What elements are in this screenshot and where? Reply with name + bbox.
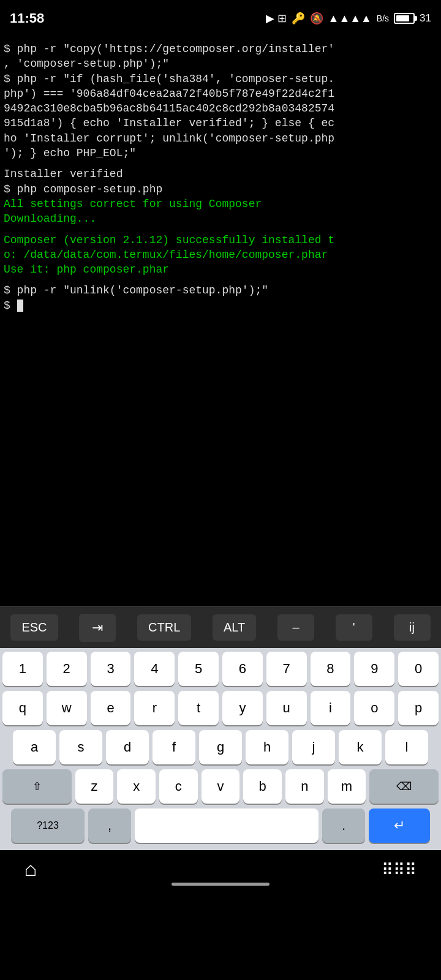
key-0[interactable]: 0: [398, 652, 439, 686]
terminal-prompt: $: [4, 298, 437, 313]
keyboard-qwerty-row: q w e r t y u i o p: [2, 691, 439, 725]
key-n[interactable]: n: [285, 769, 324, 804]
ij-key[interactable]: ij: [394, 614, 431, 641]
key-f[interactable]: f: [153, 730, 195, 764]
alt-key[interactable]: ALT: [213, 614, 256, 641]
key-j[interactable]: j: [292, 730, 335, 764]
key-5[interactable]: 5: [178, 652, 219, 686]
terminal-settings-correct: All settings correct for using Composer …: [4, 197, 437, 227]
keyboard-number-row: 1 2 3 4 5 6 7 8 9 0: [2, 652, 439, 686]
backspace-key[interactable]: ⌫: [369, 769, 439, 804]
menu-dots[interactable]: ⠿⠿⠿: [382, 861, 417, 880]
terminal-line-1: $ php -r "copy('https://getcomposer.org/…: [4, 42, 437, 72]
key-v[interactable]: v: [202, 769, 240, 804]
esc-key[interactable]: ESC: [10, 614, 58, 641]
key-9[interactable]: 9: [354, 652, 394, 686]
signal-icon: ▲▲▲▲: [328, 12, 372, 25]
key-b[interactable]: b: [243, 769, 282, 804]
key-r[interactable]: r: [134, 691, 175, 725]
terminal-installer-verified: Installer verified $ php composer-setup.…: [4, 167, 437, 197]
key-y[interactable]: y: [222, 691, 263, 725]
key-l[interactable]: l: [385, 730, 428, 764]
mute-icon: 🔕: [310, 12, 323, 25]
key-u[interactable]: u: [266, 691, 307, 725]
key-s[interactable]: s: [59, 730, 102, 764]
comma-key[interactable]: ,: [88, 809, 131, 843]
period-key[interactable]: .: [322, 809, 365, 843]
key-d[interactable]: d: [106, 730, 149, 764]
key-4[interactable]: 4: [134, 652, 175, 686]
key-8[interactable]: 8: [311, 652, 351, 686]
key-icon: 🔑: [292, 12, 305, 25]
terminal-line-2: $ php -r "if (hash_file('sha384', 'compo…: [4, 72, 437, 161]
status-icons: ▶ ⊞ 🔑 🔕 ▲▲▲▲ B/s 31: [266, 12, 431, 25]
battery-level: 31: [420, 12, 431, 24]
key-k[interactable]: k: [339, 730, 382, 764]
key-1[interactable]: 1: [2, 652, 43, 686]
terminal-composer-installed: Composer (version 2.1.12) successfully i…: [4, 233, 437, 277]
key-t[interactable]: t: [178, 691, 219, 725]
status-bar: 11:58 ▶ ⊞ 🔑 🔕 ▲▲▲▲ B/s 31: [0, 0, 441, 37]
dash-key[interactable]: –: [277, 614, 314, 641]
key-6[interactable]: 6: [222, 652, 263, 686]
keyboard-asdf-row: a s d f g h j k l: [2, 730, 439, 764]
home-button[interactable]: ⌂: [24, 859, 37, 882]
key-o[interactable]: o: [354, 691, 394, 725]
enter-key[interactable]: ↵: [369, 809, 430, 843]
key-e[interactable]: e: [91, 691, 131, 725]
key-m[interactable]: m: [328, 769, 366, 804]
ctrl-key[interactable]: CTRL: [137, 614, 191, 641]
terminal[interactable]: $ php -r "copy('https://getcomposer.org/…: [0, 37, 441, 606]
extra-keys-row: ESC ⇥ CTRL ALT – ' ij: [0, 606, 441, 648]
key-g[interactable]: g: [199, 730, 242, 764]
terminal-unlink: $ php -r "unlink('composer-setup.php');": [4, 283, 437, 298]
numbers-key[interactable]: ?123: [11, 809, 85, 843]
keyboard-bottom-row: ?123 , . ↵: [2, 809, 439, 843]
key-7[interactable]: 7: [266, 652, 307, 686]
status-time: 11:58: [10, 10, 44, 26]
quote-key[interactable]: ': [336, 614, 372, 641]
key-q[interactable]: q: [2, 691, 43, 725]
home-indicator: [172, 883, 270, 886]
key-z[interactable]: z: [75, 769, 114, 804]
key-2[interactable]: 2: [47, 652, 87, 686]
tab-key[interactable]: ⇥: [79, 614, 116, 642]
terminal-cursor: [17, 300, 23, 312]
keyboard: 1 2 3 4 5 6 7 8 9 0 q w e r t y u i o p …: [0, 648, 441, 850]
key-c[interactable]: c: [159, 769, 198, 804]
key-a[interactable]: a: [13, 730, 56, 764]
key-i[interactable]: i: [311, 691, 351, 725]
keyboard-zxcv-row: ⇧ z x c v b n m ⌫: [2, 769, 439, 804]
key-h[interactable]: h: [246, 730, 288, 764]
key-x[interactable]: x: [117, 769, 156, 804]
bottom-nav: ⌂ ⠿⠿⠿: [0, 850, 441, 891]
key-w[interactable]: w: [47, 691, 87, 725]
battery-icon: [394, 13, 415, 24]
key-3[interactable]: 3: [91, 652, 131, 686]
shift-key[interactable]: ⇧: [2, 769, 72, 804]
key-p[interactable]: p: [398, 691, 439, 725]
terminal-icon: ▶ ⊞: [266, 12, 287, 25]
bs-icon: B/s: [377, 13, 389, 23]
space-key[interactable]: [135, 809, 318, 843]
